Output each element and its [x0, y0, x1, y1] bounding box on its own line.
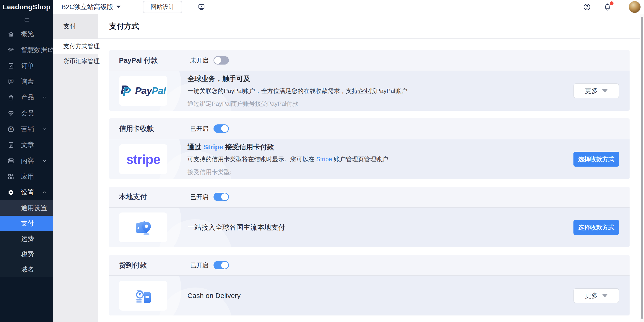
settings-submenu: 通用设置 支付 运费 税费 域名 — [0, 200, 53, 277]
stripe-logo-tile: stripe — [119, 144, 168, 174]
stripe-logo: stripe — [126, 152, 160, 167]
topbar: B2C独立站高级版 网站设计 — [53, 0, 644, 14]
stripe-account-link[interactable]: Stripe — [316, 156, 332, 163]
card-header: PayPal 付款 未开启 — [109, 50, 630, 71]
paypal-logo-tile: PP PayPal — [119, 76, 168, 106]
marketing-icon: % — [7, 125, 15, 133]
sidebar-item-settings[interactable]: 设置 — [0, 185, 53, 200]
card-body: $ Cash on Delivery 更多 — [109, 276, 630, 315]
sidebar-item-apps[interactable]: 应用 — [0, 169, 53, 185]
video-tutorial-button[interactable] — [198, 3, 205, 11]
submenu-item-general-settings[interactable]: 通用设置 — [0, 200, 53, 216]
sidebar-item-label: 应用 — [21, 172, 48, 181]
payment-card-credit-card: 信用卡收款 已开启 stripe 通过 Stripe 接受信用卡付款 可支持的信… — [109, 118, 630, 179]
status-label: 已开启 — [190, 193, 208, 201]
site-design-button[interactable]: 网站设计 — [143, 1, 182, 13]
user-avatar[interactable] — [629, 1, 641, 13]
notification-badge — [610, 2, 614, 5]
subsidebar-item-payment-methods[interactable]: 支付方式管理 — [53, 39, 98, 54]
card-title: 本地支付 — [119, 192, 190, 202]
sidebar-item-orders[interactable]: 订单 — [0, 58, 53, 74]
sidebar-item-marketing[interactable]: % 营销 — [0, 121, 53, 137]
sidebar-item-label: 概览 — [21, 30, 48, 39]
scrollbar-thumb[interactable] — [641, 17, 643, 319]
sidebar-item-articles[interactable]: 文章 — [0, 137, 53, 153]
credit-card-choose-method-button[interactable]: 选择收款方式 — [574, 152, 619, 167]
paypal-logo: PP PayPal — [120, 84, 166, 98]
submenu-item-label: 运费 — [21, 234, 34, 243]
paypal-more-button[interactable]: 更多 — [574, 83, 619, 98]
video-tutorial-icon — [198, 3, 205, 11]
card-header: 货到付款 已开启 — [109, 255, 630, 275]
article-icon — [7, 141, 15, 149]
card-note: 通过绑定PayPal商户账号接受PayPal付款 — [188, 100, 408, 108]
subsidebar-item-currency-rates[interactable]: 货币汇率管理 — [53, 54, 98, 69]
toggle-knob — [221, 193, 228, 200]
cod-more-button[interactable]: 更多 — [574, 288, 619, 303]
svg-text:%: % — [10, 128, 12, 131]
notifications-button[interactable] — [603, 3, 612, 11]
local-payment-logo-tile — [119, 212, 168, 242]
help-button[interactable] — [583, 3, 591, 11]
collapse-icon — [23, 17, 30, 24]
caret-down-icon — [602, 294, 608, 297]
sidebar-item-products[interactable]: 产品 — [0, 90, 53, 105]
order-icon — [7, 62, 15, 70]
toggle-knob — [221, 125, 228, 132]
store-name: B2C独立站高级版 — [62, 3, 113, 12]
chevron-down-icon — [41, 94, 48, 100]
chevron-down-icon — [41, 158, 48, 164]
sidebar-item-inquiry[interactable]: ¥ 询盘 — [0, 74, 53, 90]
svg-text:$: $ — [138, 292, 141, 297]
help-icon — [583, 3, 591, 11]
card-header: 本地支付 已开启 — [109, 187, 630, 207]
card-heading: Cash on Delivery — [188, 292, 240, 300]
settings-icon — [7, 188, 15, 196]
brand-logo: LeadongShop — [0, 0, 53, 14]
paypal-mark-icon: PP — [120, 84, 133, 98]
submenu-item-label: 税费 — [21, 250, 34, 259]
card-title: PayPal 付款 — [119, 56, 190, 65]
main-sidebar: LeadongShop 概览 智慧数据 订单 ¥ 询盘 — [0, 0, 53, 322]
credit-card-toggle[interactable] — [214, 124, 229, 133]
submenu-item-domain[interactable]: 域名 — [0, 262, 53, 277]
local-payment-wallet-pin-icon — [132, 216, 154, 239]
smart-data-icon — [7, 46, 15, 54]
sidebar-item-label: 产品 — [21, 93, 41, 102]
cod-logo-tile: $ — [119, 281, 168, 310]
card-note: 接受信用卡类型: — [188, 168, 388, 176]
sidebar-item-label: 智慧数据 — [21, 46, 47, 54]
payment-card-paypal: PayPal 付款 未开启 PP PayPal 全球业务，触手可及 一键关联您的… — [109, 50, 630, 111]
sidebar-item-overview[interactable]: 概览 — [0, 26, 53, 42]
caret-down-icon — [602, 89, 608, 93]
content-icon — [7, 157, 15, 165]
cod-toggle[interactable] — [214, 261, 229, 269]
submenu-item-shipping[interactable]: 运费 — [0, 231, 53, 246]
svg-text:¥: ¥ — [10, 80, 12, 83]
local-payment-choose-method-button[interactable]: 选择收款方式 — [574, 220, 619, 235]
submenu-item-tax[interactable]: 税费 — [0, 246, 53, 262]
sidebar-item-content[interactable]: 内容 — [0, 153, 53, 169]
sidebar-item-label: 询盘 — [21, 77, 48, 86]
card-body: 一站接入全球各国主流本地支付 选择收款方式 — [109, 208, 630, 247]
sidebar-item-smart-data[interactable]: 智慧数据 — [0, 42, 53, 58]
card-heading: 一站接入全球各国主流本地支付 — [188, 223, 285, 232]
local-payment-toggle[interactable] — [214, 193, 229, 201]
status-label: 已开启 — [190, 125, 208, 133]
submenu-item-payment[interactable]: 支付 — [0, 216, 53, 231]
member-icon — [7, 109, 15, 117]
store-selector[interactable]: B2C独立站高级版 — [62, 3, 120, 12]
payment-settings-page: LeadongShop 概览 智慧数据 订单 ¥ 询盘 — [0, 0, 644, 322]
sidebar-item-members[interactable]: 会员 — [0, 105, 53, 121]
cash-coins-card-icon: $ — [132, 284, 154, 307]
more-button-label: 更多 — [585, 86, 598, 95]
submenu-item-label: 通用设置 — [21, 204, 47, 212]
sidebar-collapse-button[interactable] — [0, 14, 53, 26]
sidebar-item-label: 内容 — [21, 156, 41, 165]
stripe-link[interactable]: Stripe — [203, 143, 223, 151]
subsidebar-item-label: 货币汇率管理 — [63, 57, 100, 65]
card-description: 一键关联您的PayPal账户，全方位满足您的在线收款需求，支持企业版PayPal… — [188, 87, 408, 95]
payment-methods-list: PayPal 付款 未开启 PP PayPal 全球业务，触手可及 一键关联您的… — [98, 39, 644, 315]
paypal-toggle[interactable] — [214, 56, 229, 65]
card-body: stripe 通过 Stripe 接受信用卡付款 可支持的信用卡类型将在结账时显… — [109, 139, 630, 179]
